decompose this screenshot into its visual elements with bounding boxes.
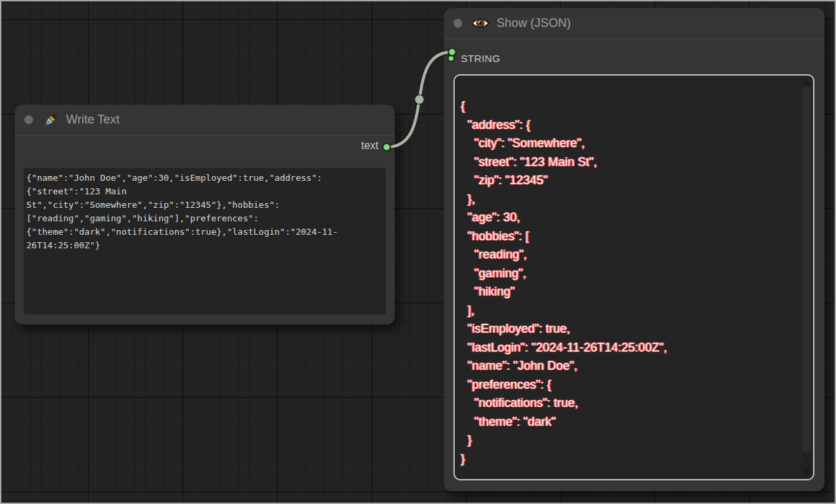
output-slot-label: text xyxy=(361,140,379,152)
collapse-dot[interactable] xyxy=(453,19,462,28)
scrollbar[interactable] xyxy=(802,77,812,478)
collapse-dot[interactable] xyxy=(24,115,33,124)
node-show-json-header[interactable]: Show (JSON) xyxy=(444,8,825,39)
scrollbar-thumb[interactable] xyxy=(802,87,811,451)
node-write-text[interactable]: Write Text text {"name":"John Doe","age"… xyxy=(15,105,395,325)
input-slot-label: STRING xyxy=(461,53,500,64)
json-display-text: { "address": { "city": "Somewhere", "str… xyxy=(455,76,800,479)
node-write-text-header[interactable]: Write Text xyxy=(15,105,395,136)
text-widget-input[interactable]: {"name":"John Doe","age":30,"isEmployed"… xyxy=(24,168,386,314)
json-display-box[interactable]: { "address": { "city": "Somewhere", "str… xyxy=(453,74,814,480)
link-wire[interactable] xyxy=(387,52,452,147)
output-slot-text[interactable]: text xyxy=(361,140,391,152)
eye-icon xyxy=(471,17,490,30)
node-show-json[interactable]: Show (JSON) STRING { "address": { "city"… xyxy=(444,8,825,491)
output-slot-dot[interactable] xyxy=(384,142,391,150)
input-slot-dot[interactable] xyxy=(447,55,455,62)
link-midpoint-dot xyxy=(415,95,424,105)
node-title: Write Text xyxy=(66,113,119,127)
pen-nib-icon xyxy=(42,111,59,129)
scroll-up-icon[interactable] xyxy=(803,80,811,85)
input-slot-string[interactable]: STRING xyxy=(447,53,500,64)
scroll-down-icon[interactable] xyxy=(803,470,811,474)
node-title: Show (JSON) xyxy=(497,16,571,30)
